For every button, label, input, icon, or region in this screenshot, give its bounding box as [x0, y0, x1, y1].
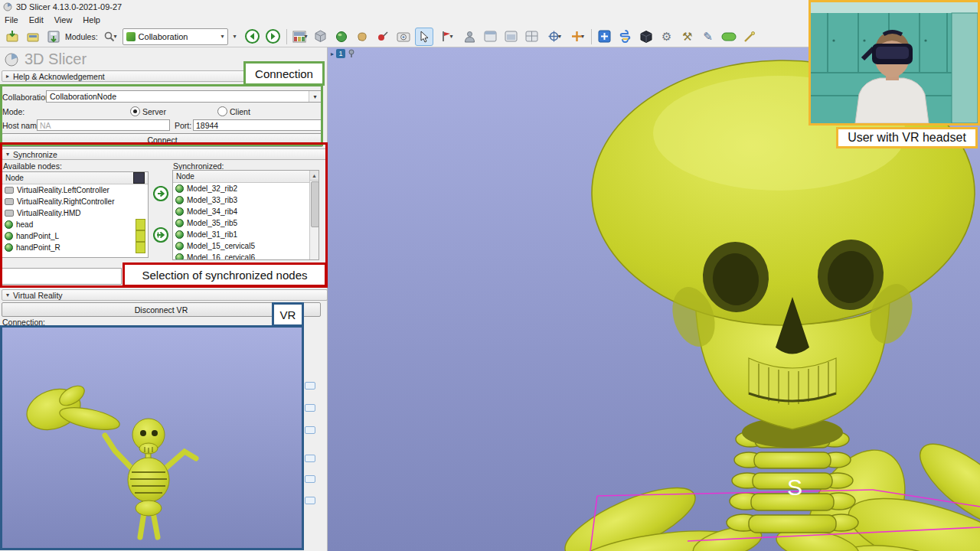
sync-add-button[interactable] — [153, 186, 168, 201]
synchronized-list-header: Node — [173, 171, 318, 183]
segmentation-module-icon[interactable] — [353, 28, 371, 46]
add-data-icon[interactable] — [3, 28, 21, 46]
available-node-row[interactable]: handPoint_L — [2, 230, 148, 242]
synchronized-node-row[interactable]: Model_16_cervical6 — [173, 252, 318, 260]
person-icon[interactable] — [461, 28, 479, 46]
add-point-button[interactable]: ▾ — [569, 28, 587, 46]
scroll-up-icon[interactable]: ▲ — [310, 171, 318, 181]
menu-help[interactable]: Help — [83, 15, 100, 24]
synchronized-node-row[interactable]: Model_35_rib5 — [173, 217, 318, 229]
synchronized-node-row[interactable]: Model_31_rib1 — [173, 229, 318, 240]
cube-3d-dark-icon[interactable] — [637, 28, 655, 46]
available-filter-box[interactable] — [2, 268, 122, 285]
extra-tool-icon[interactable] — [740, 28, 759, 46]
vr-slider-handle[interactable] — [305, 475, 315, 483]
list-scrollbar[interactable]: ▲ — [309, 171, 318, 260]
capsule-glyph — [721, 32, 737, 41]
available-node-row[interactable]: handPoint_R — [2, 242, 148, 253]
synchronize-section-header[interactable]: ▾ Synchronize — [2, 148, 328, 160]
model-node-icon — [175, 230, 184, 239]
node-column-header: Node — [176, 172, 194, 181]
menu-file[interactable]: File — [5, 15, 18, 24]
model-node-icon — [175, 196, 184, 204]
vr-slider-handle[interactable] — [305, 404, 315, 412]
toolbar-separator — [286, 29, 287, 44]
extensions-icon[interactable] — [596, 28, 614, 46]
port-input[interactable] — [193, 119, 322, 131]
python-glyph — [619, 30, 632, 43]
volume-module-icon[interactable] — [312, 28, 330, 46]
list-options-button[interactable] — [133, 172, 145, 184]
server-radio[interactable] — [130, 106, 140, 116]
synchronized-node-row[interactable]: Model_34_rib4 — [173, 206, 318, 217]
node-name: Model_16_cervical6 — [187, 253, 255, 260]
capsule-icon[interactable] — [720, 28, 738, 46]
menu-view[interactable]: View — [54, 15, 73, 24]
available-nodes-list[interactable]: Node VirtualReality.LeftController Virtu… — [2, 171, 149, 258]
place-fiducial-button[interactable]: ▾ — [436, 28, 459, 46]
green-sphere-glyph — [335, 31, 348, 43]
view-collapse-icon[interactable]: ▸ — [331, 51, 334, 57]
client-radio-label: Client — [230, 107, 250, 116]
markups-module-icon[interactable] — [374, 28, 392, 46]
vr-preview-render — [0, 327, 304, 549]
synchronized-nodes-list[interactable]: Node Model_32_rib2 Model_33_rib3 Model_3… — [172, 170, 319, 260]
add-dicom-icon[interactable] — [24, 28, 42, 46]
color-swatch[interactable] — [136, 230, 145, 242]
pin-icon[interactable] — [348, 49, 355, 58]
modules-back-button[interactable] — [243, 28, 262, 46]
gear-icon[interactable]: ⚙ — [658, 28, 676, 46]
viewport-controls: ▸ 1 — [331, 49, 355, 58]
menu-edit[interactable]: Edit — [29, 15, 44, 24]
available-node-row[interactable]: VirtualReality.LeftController — [2, 184, 148, 196]
vr-slider-handle[interactable] — [305, 455, 315, 462]
module-history-button[interactable]: ▾ — [230, 28, 241, 46]
connect-button[interactable]: Connect — [2, 133, 323, 147]
synchronized-node-row[interactable]: Model_32_rib2 — [173, 183, 318, 194]
screenshot-icon[interactable] — [394, 28, 413, 46]
model-node-icon — [175, 253, 184, 260]
module-selector-combo[interactable]: Collaboration ▾ — [122, 28, 228, 45]
green-right-arrow-icon — [153, 227, 168, 243]
gear-glyph: ⚙ — [662, 31, 671, 42]
modules-forward-button[interactable] — [264, 28, 283, 46]
mouse-interaction-button[interactable] — [415, 28, 433, 46]
color-swatch[interactable] — [136, 242, 145, 253]
synchronized-filter-box[interactable] — [172, 268, 319, 285]
window-glyph — [484, 31, 497, 42]
module-search-icon[interactable]: ▾ — [100, 28, 120, 46]
view-window-icon-1[interactable] — [482, 28, 500, 46]
collaboration-node-combo[interactable]: CollaborationNode ▾ — [46, 90, 322, 103]
add-dicom-glyph — [26, 30, 40, 44]
synchronized-node-row[interactable]: Model_15_cervical5 — [173, 240, 318, 252]
save-icon[interactable] — [44, 28, 63, 46]
layout-selector-button[interactable]: ▾ — [291, 28, 309, 46]
pencil-edit-icon[interactable]: ✎ — [699, 28, 717, 46]
vr-slider-handle[interactable] — [305, 426, 315, 434]
scrollbar-thumb[interactable] — [311, 181, 319, 227]
vr-slider-handle[interactable] — [305, 497, 315, 504]
save-glyph — [47, 30, 60, 44]
available-node-row[interactable]: VirtualReality.HMD — [2, 207, 148, 219]
node-name: Model_33_rib3 — [187, 196, 237, 204]
available-node-row[interactable]: VirtualReality.RightController — [2, 196, 148, 207]
sync-add-all-button[interactable] — [153, 227, 168, 243]
color-swatch[interactable] — [136, 219, 145, 230]
model-node-icon — [175, 219, 184, 227]
client-radio[interactable] — [217, 106, 227, 116]
crosshair-button[interactable]: ▾ — [544, 28, 567, 46]
help-section-header[interactable]: ▸ Help & Acknowledgement — [2, 70, 321, 82]
node-name: Model_34_rib4 — [187, 207, 237, 216]
synchronized-node-row[interactable]: Model_33_rib3 — [173, 194, 318, 206]
available-node-row[interactable]: head — [2, 219, 148, 230]
view-window-icon-2[interactable] — [502, 28, 521, 46]
view-window-icon-3[interactable] — [523, 28, 541, 46]
tools-icon[interactable]: ⚒ — [678, 28, 697, 46]
models-module-icon[interactable] — [332, 28, 351, 46]
python-console-icon[interactable] — [616, 28, 635, 46]
virtual-reality-section-header[interactable]: ▾ Virtual Reality — [2, 289, 328, 301]
host-name-input[interactable] — [37, 119, 170, 131]
disconnect-vr-button[interactable]: Disconnect VR — [2, 302, 321, 317]
available-list-header: Node — [2, 172, 148, 184]
vr-slider-handle[interactable] — [305, 382, 315, 390]
